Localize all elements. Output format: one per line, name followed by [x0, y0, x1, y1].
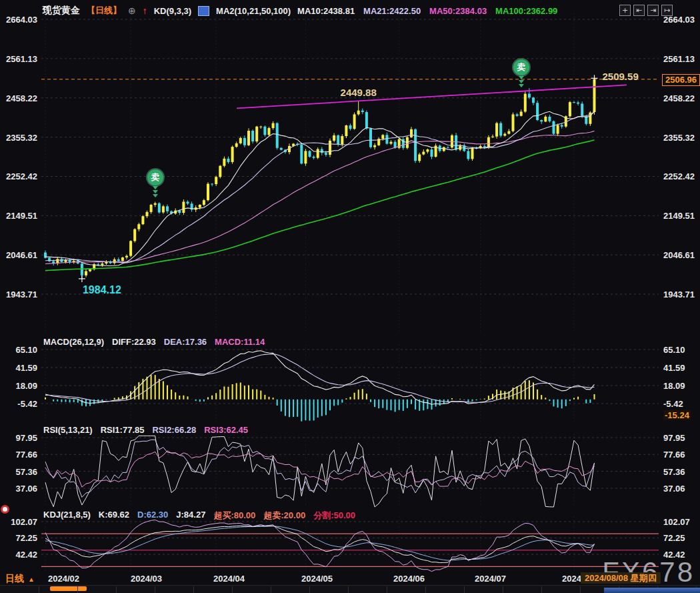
- mini-chart-icon[interactable]: [198, 6, 209, 16]
- scrollbar-tick: [309, 586, 310, 593]
- axis-tick-right: 2458.22: [663, 93, 695, 103]
- axis-tick-left: 102.07: [3, 517, 37, 527]
- axis-tick-right: 1943.71: [663, 289, 695, 300]
- swing-high-label: 2449.88: [341, 87, 377, 98]
- ma-value-label: MA50:2384.03: [429, 6, 487, 16]
- x-axis-date: 2024/06: [393, 574, 425, 584]
- scrollbar-tick: [193, 586, 194, 593]
- macd-panel-title: MACD(26,12,9) DIFF:22.93 DEA:17.36 MACD:…: [43, 337, 265, 347]
- axis-tick-left: 2561.13: [3, 53, 37, 63]
- axis-tick-left: 2149.51: [3, 211, 37, 221]
- x-axis-date: 2024/02: [48, 574, 79, 584]
- axis-tick-left: 2458.22: [3, 93, 37, 103]
- macd-diff-value: DIFF:22.93: [112, 337, 156, 347]
- chart-scrollbar: [0, 585, 700, 593]
- axis-tick-left: 42.42: [3, 550, 37, 560]
- kdj-oversold-label: 超卖:20.00: [263, 510, 305, 522]
- kdj-overbought-label: 超买:80.00: [213, 510, 255, 522]
- rsi1-value: RSI1:77.85: [101, 425, 145, 435]
- kd-indicator-label: KD(9,3,3): [154, 6, 191, 16]
- axis-tick-right: 2664.03: [663, 15, 695, 25]
- last-high-label: 2509.59: [603, 71, 639, 82]
- x-axis-date: 2024/07: [475, 574, 506, 584]
- kdj-split-label: 分割:50.00: [313, 510, 355, 522]
- period-tag[interactable]: 【日线】: [87, 5, 121, 17]
- scrollbar-tick: [541, 586, 542, 593]
- scrollbar-tick: [116, 586, 117, 593]
- scrollbar-tick: [271, 586, 271, 593]
- triangle-down-icon: [153, 186, 158, 189]
- scrollbar-tick: [348, 586, 349, 593]
- add-indicator-icon[interactable]: ⊕: [128, 5, 136, 16]
- ma-value-label: MA21:2422.50: [363, 6, 421, 16]
- sell-signal-badge: 卖: [146, 169, 165, 198]
- pan-icon[interactable]: +: [619, 5, 631, 16]
- x-axis-date: 2024/03: [131, 574, 162, 584]
- triangle-down-icon: [519, 76, 524, 79]
- scrollbar-tick: [464, 586, 465, 593]
- sell-badge-label: 卖: [147, 169, 163, 185]
- rsi3-value: RSI3:62.45: [204, 425, 248, 435]
- red-dot-icon[interactable]: [1, 505, 9, 514]
- axis-tick-left: 57.36: [3, 466, 37, 476]
- scrollbar-tick: [425, 586, 426, 593]
- sell-signal-badge: 卖: [512, 59, 531, 88]
- axis-tick-left: 2252.42: [3, 171, 37, 181]
- scrollbar-tick: [580, 586, 581, 593]
- scrollbar-tick: [155, 586, 155, 593]
- axis-tick-left: 97.95: [3, 433, 37, 443]
- axis-tick-right: 57.36: [663, 466, 685, 476]
- macd-dea-value: DEA:17.36: [164, 337, 207, 347]
- rsi-title: RSI(5,13,21): [43, 425, 93, 435]
- axis-tick-right: 41.59: [663, 363, 685, 373]
- swing-low-label: 1984.12: [83, 284, 121, 296]
- period-label: 日线: [5, 573, 24, 584]
- axis-tick-left: 1943.71: [3, 289, 37, 300]
- kdj-title: KDJ(21,8,5): [43, 510, 91, 522]
- triangle-down-icon: [153, 190, 158, 193]
- axis-tick-right: 42.42: [663, 550, 685, 560]
- axis-tick-right: 77.66: [663, 450, 685, 460]
- trading-chart-window: 现货黄金 【日线】 ⊕ ↑ KD(9,3,3) MA2(10,21,50,100…: [0, 0, 700, 593]
- axis-tick-right: 97.95: [663, 433, 685, 443]
- sell-badge-label: 卖: [513, 59, 529, 75]
- axis-tick-left: 2046.61: [3, 250, 37, 260]
- axis-tick-left: 2664.03: [3, 15, 37, 25]
- axis-tick-right: 2355.32: [663, 132, 695, 142]
- current-price-tag: 2506.96: [662, 74, 700, 86]
- up-arrow-icon: ↑: [143, 5, 147, 16]
- axis-tick-right: 2252.42: [663, 171, 695, 181]
- ma-legend: MA10:2438.81MA21:2422.50MA50:2384.03MA10…: [297, 6, 557, 16]
- axis-tick-right: 65.10: [663, 345, 685, 355]
- ma-group-label: MA2(10,21,50,100): [216, 6, 291, 16]
- triangle-up-icon: ▲: [28, 576, 35, 583]
- triangle-down-icon: [519, 80, 524, 83]
- triangle-down-icon: [153, 194, 158, 197]
- axis-tick-left: -5.42: [3, 399, 37, 409]
- axis-tick-left: 77.66: [3, 450, 37, 460]
- axis-tick-right: 37.06: [663, 484, 685, 494]
- axis-tick-left: 18.09: [3, 380, 37, 390]
- scrollbar-tick: [39, 586, 39, 593]
- scrollbar-tick: [232, 586, 233, 593]
- current-date-tag: 2024/08/08 星期四: [581, 572, 661, 584]
- scrollbar-thumb[interactable]: [50, 586, 87, 591]
- period-selector-button[interactable]: 日线▲: [5, 573, 35, 585]
- corner-blue-bar: [604, 588, 700, 593]
- ma-value-label: MA100:2362.99: [495, 6, 557, 16]
- kdj-panel-title: KDJ(21,8,5) K:69.62 D:62.30 J:84.27 超买:8…: [43, 510, 355, 522]
- axis-tick-right: -5.42: [663, 399, 683, 409]
- kdj-d-value: D:62.30: [137, 510, 168, 522]
- axis-tick-right: 2046.61: [663, 250, 695, 260]
- x-axis-date: 2024/05: [301, 574, 333, 584]
- fit-x-axis-icon[interactable]: ⇤: [633, 5, 645, 16]
- axis-tick-left: 37.06: [3, 484, 37, 494]
- kdj-j-value: J:84.27: [176, 510, 205, 522]
- axis-tick-right: 102.07: [663, 517, 690, 527]
- axis-tick-right: 2561.13: [663, 53, 695, 63]
- triangle-down-icon: [519, 84, 524, 87]
- macd-title: MACD(26,12,9): [43, 337, 104, 347]
- fit-y-axis-icon[interactable]: ⇥: [647, 5, 659, 16]
- axis-tick-left: 65.10: [3, 345, 37, 355]
- axis-tick-right: 2149.51: [663, 211, 695, 221]
